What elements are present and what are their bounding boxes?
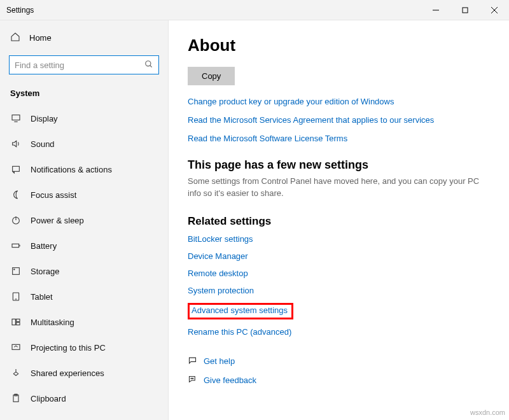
page-title: About	[188, 36, 494, 55]
sidebar-item-label: Projecting to this PC	[31, 343, 106, 353]
sound-icon	[10, 138, 22, 150]
sidebar-item-label: Shared experiences	[31, 368, 104, 378]
close-button[interactable]	[480, 0, 509, 20]
svg-point-14	[14, 269, 15, 270]
sidebar-item-label: Display	[31, 114, 58, 123]
maximize-button[interactable]	[450, 0, 480, 20]
svg-rect-6	[12, 115, 20, 120]
window-controls	[421, 0, 509, 20]
sidebar-item-projecting-to-this-pc[interactable]: Projecting to this PC	[0, 335, 168, 360]
sidebar-item-storage[interactable]: Storage	[0, 258, 168, 284]
sidebar-item-label: Storage	[31, 267, 60, 276]
svg-rect-18	[17, 319, 20, 321]
svg-point-4	[146, 60, 151, 66]
svg-point-24	[191, 378, 192, 379]
related-heading: Related settings	[188, 215, 494, 228]
chat-icon	[188, 356, 197, 367]
sidebar-item-battery[interactable]: Battery	[0, 233, 168, 258]
section-label: System	[0, 83, 168, 106]
sidebar-item-shared-experiences[interactable]: Shared experiences	[0, 360, 168, 386]
titlebar: Settings	[0, 0, 509, 20]
sidebar-item-notifications-actions[interactable]: Notifications & actions	[0, 157, 168, 182]
notifications-icon	[10, 164, 22, 175]
sidebar-item-label: Power & sleep	[31, 216, 84, 225]
sidebar-item-multitasking[interactable]: Multitasking	[0, 309, 168, 335]
svg-rect-1	[463, 8, 468, 13]
highlight-box: Advanced system settings	[188, 303, 293, 319]
battery-icon	[10, 240, 22, 251]
tablet-icon	[10, 291, 22, 302]
watermark: wsxdn.com	[470, 409, 505, 416]
moon-icon	[10, 189, 22, 200]
sidebar: Home System DisplaySoundNotifications & …	[0, 20, 169, 420]
related-link-system-protection[interactable]: System protection	[188, 286, 494, 295]
about-link-0[interactable]: Change product key or upgrade your editi…	[188, 97, 494, 106]
sidebar-item-power-sleep[interactable]: Power & sleep	[0, 207, 168, 233]
sidebar-item-label: Tablet	[31, 292, 53, 302]
sidebar-item-display[interactable]: Display	[0, 106, 168, 131]
related-link-device-manager[interactable]: Device Manager	[188, 251, 494, 261]
related-link-advanced-system-settings[interactable]: Advanced system settings	[192, 305, 288, 315]
related-link-bitlocker-settings[interactable]: BitLocker settings	[188, 234, 494, 244]
svg-rect-8	[13, 166, 20, 171]
sidebar-item-tablet[interactable]: Tablet	[0, 284, 168, 309]
copy-button[interactable]: Copy	[188, 67, 235, 85]
main-content: About Copy Change product key or upgrade…	[169, 20, 509, 420]
power-icon	[10, 214, 22, 226]
sidebar-item-sound[interactable]: Sound	[0, 131, 168, 157]
svg-rect-20	[12, 344, 20, 349]
home-nav[interactable]: Home	[0, 25, 168, 50]
feedback-icon	[188, 375, 197, 386]
search-box[interactable]	[9, 55, 159, 74]
minimize-button[interactable]	[421, 0, 450, 20]
project-icon	[10, 342, 22, 353]
multitasking-icon	[10, 316, 22, 328]
svg-point-25	[193, 378, 193, 379]
search-input[interactable]	[15, 60, 144, 70]
about-link-2[interactable]: Read the Microsoft Software License Term…	[188, 134, 494, 143]
related-link-remote-desktop[interactable]: Remote desktop	[188, 269, 494, 278]
window-title: Settings	[0, 6, 34, 15]
svg-rect-13	[13, 268, 20, 275]
sidebar-item-label: Multitasking	[31, 318, 74, 327]
sidebar-item-label: Clipboard	[31, 394, 66, 403]
clipboard-icon	[10, 393, 22, 404]
get-help-row[interactable]: Get help	[188, 356, 494, 367]
storage-icon	[10, 265, 22, 277]
share-icon	[10, 367, 22, 379]
sidebar-item-label: Sound	[31, 139, 55, 149]
sidebar-item-clipboard[interactable]: Clipboard	[0, 386, 168, 411]
svg-line-5	[150, 65, 152, 67]
search-icon	[144, 60, 153, 71]
related-link-rename-this-pc-advanced-[interactable]: Rename this PC (advanced)	[188, 327, 494, 337]
new-settings-heading: This page has a few new settings	[188, 158, 494, 172]
sidebar-item-label: Battery	[31, 241, 57, 251]
sidebar-item-focus-assist[interactable]: Focus assist	[0, 182, 168, 207]
get-help-link[interactable]: Get help	[204, 356, 235, 366]
svg-rect-17	[12, 319, 15, 325]
sidebar-item-label: Notifications & actions	[31, 165, 112, 174]
home-label: Home	[29, 33, 52, 43]
svg-rect-19	[17, 323, 20, 325]
about-link-1[interactable]: Read the Microsoft Services Agreement th…	[188, 115, 494, 125]
give-feedback-link[interactable]: Give feedback	[204, 375, 256, 385]
display-icon	[10, 113, 22, 124]
svg-rect-11	[12, 244, 19, 247]
home-icon	[10, 32, 20, 44]
sidebar-item-label: Focus assist	[31, 190, 76, 200]
new-settings-desc: Some settings from Control Panel have mo…	[188, 176, 494, 200]
give-feedback-row[interactable]: Give feedback	[188, 375, 494, 386]
